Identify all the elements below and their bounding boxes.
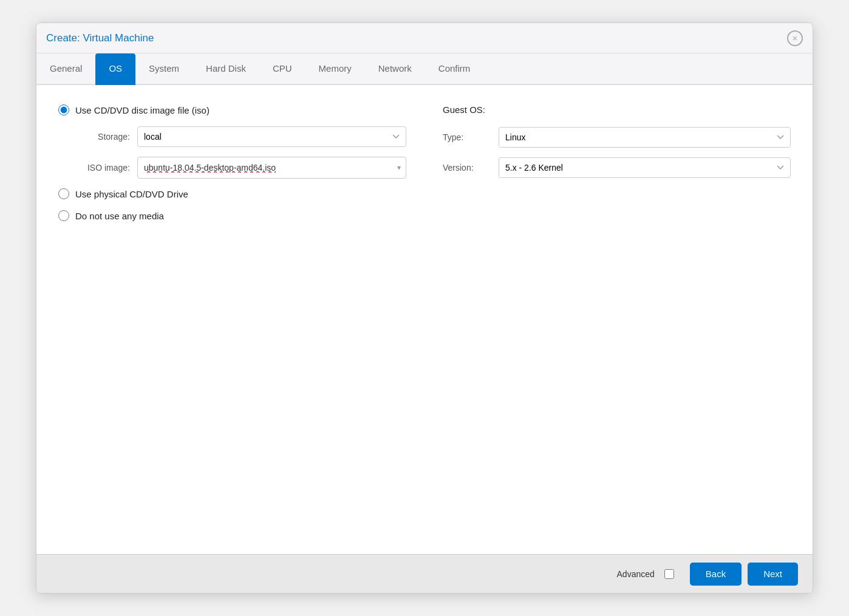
storage-select[interactable]: local local-lvm remote bbox=[137, 126, 406, 147]
tab-system[interactable]: System bbox=[135, 53, 193, 85]
footer-bar: Advanced Back Next bbox=[36, 554, 813, 593]
tab-harddisk[interactable]: Hard Disk bbox=[193, 53, 259, 85]
version-select[interactable]: 5.x - 2.6 Kernel 4.x/3.x/2.6 Kernel 2.4 … bbox=[499, 157, 791, 178]
iso-dropdown-chevron[interactable]: ▾ bbox=[392, 163, 406, 172]
tab-os[interactable]: OS bbox=[95, 53, 135, 85]
radio-use-iso[interactable]: Use CD/DVD disc image file (iso) bbox=[58, 104, 406, 115]
radio-physical[interactable]: Use physical CD/DVD Drive bbox=[58, 188, 406, 199]
title-bar: Create: Virtual Machine × bbox=[36, 23, 813, 53]
radio-no-media-label: Do not use any media bbox=[75, 211, 164, 221]
close-button[interactable]: × bbox=[787, 30, 803, 46]
storage-label: Storage: bbox=[75, 132, 130, 142]
advanced-label: Advanced bbox=[617, 569, 655, 579]
type-select[interactable]: Linux Windows Solaris Other bbox=[499, 127, 791, 148]
advanced-checkbox[interactable] bbox=[664, 569, 674, 579]
radio-use-iso-label: Use CD/DVD disc image file (iso) bbox=[75, 105, 210, 115]
tabs-bar: General OS System Hard Disk CPU Memory N… bbox=[36, 53, 813, 85]
tab-cpu[interactable]: CPU bbox=[259, 53, 305, 85]
iso-image-input[interactable] bbox=[138, 157, 392, 178]
iso-label: ISO image: bbox=[75, 163, 130, 173]
radio-physical-label: Use physical CD/DVD Drive bbox=[75, 189, 188, 199]
version-field-row: Version: 5.x - 2.6 Kernel 4.x/3.x/2.6 Ke… bbox=[443, 157, 791, 178]
tab-general[interactable]: General bbox=[36, 53, 95, 85]
back-button[interactable]: Back bbox=[690, 563, 742, 586]
type-label: Type: bbox=[443, 132, 491, 142]
iso-input-wrap: ▾ bbox=[137, 157, 406, 179]
create-vm-dialog: Create: Virtual Machine × General OS Sys… bbox=[36, 22, 813, 594]
type-field-row: Type: Linux Windows Solaris Other bbox=[443, 127, 791, 148]
tab-memory[interactable]: Memory bbox=[305, 53, 365, 85]
content-area: Use CD/DVD disc image file (iso) Storage… bbox=[36, 85, 813, 554]
form-section: Use CD/DVD disc image file (iso) Storage… bbox=[58, 104, 791, 232]
version-label: Version: bbox=[443, 163, 491, 173]
iso-field-row: ISO image: ▾ bbox=[75, 157, 406, 179]
tab-network[interactable]: Network bbox=[365, 53, 425, 85]
storage-field-row: Storage: local local-lvm remote bbox=[75, 126, 406, 147]
guest-os-label: Guest OS: bbox=[443, 104, 791, 115]
next-button[interactable]: Next bbox=[748, 563, 798, 586]
radio-no-media-input[interactable] bbox=[58, 210, 69, 221]
radio-physical-input[interactable] bbox=[58, 188, 69, 199]
radio-no-media[interactable]: Do not use any media bbox=[58, 210, 406, 221]
left-section: Use CD/DVD disc image file (iso) Storage… bbox=[58, 104, 406, 232]
right-section: Guest OS: Type: Linux Windows Solaris Ot… bbox=[443, 104, 791, 232]
radio-use-iso-input[interactable] bbox=[58, 104, 69, 115]
dialog-title: Create: Virtual Machine bbox=[46, 32, 154, 44]
tab-confirm[interactable]: Confirm bbox=[425, 53, 484, 85]
